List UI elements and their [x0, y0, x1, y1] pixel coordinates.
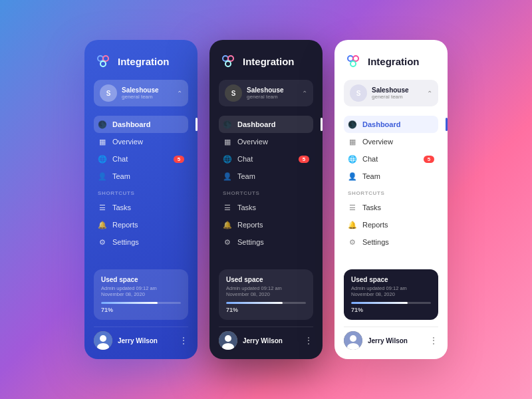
nav-label-chat-blue: Chat	[112, 155, 168, 163]
nav-item-dashboard-blue[interactable]: 🌑 Dashboard	[94, 116, 188, 133]
workspace-selector-dark[interactable]: S Saleshouse general team ⌃	[219, 80, 313, 106]
svg-point-13	[353, 56, 358, 61]
workspace-name-dark: Saleshouse	[247, 86, 297, 94]
nav-item-settings-dark[interactable]: ⚙ Settings	[219, 233, 313, 251]
nav-item-overview-blue[interactable]: ▦ Overview	[94, 133, 188, 150]
used-space-light: Used space Admin updated 09:12 am Novemb…	[344, 269, 438, 320]
used-space-title-blue: Used space	[101, 276, 181, 283]
card-title-blue: Integration	[118, 56, 170, 67]
workspace-selector-light[interactable]: S Saleshouse general team ⌃	[344, 80, 438, 106]
nav-section-blue: 🌑 Dashboard ▦ Overview 🌐 Chat 5 👤 Team S…	[94, 116, 188, 263]
chevron-icon-dark: ⌃	[302, 90, 307, 97]
svg-point-7	[228, 56, 233, 61]
nav-label-dashboard-blue: Dashboard	[112, 120, 184, 128]
user-footer-blue: Jerry Wilson ⋮	[94, 327, 188, 350]
nav-item-chat-light[interactable]: 🌐 Chat 5	[344, 150, 438, 168]
nav-label-team-blue: Team	[112, 172, 184, 180]
used-space-title-dark: Used space	[226, 276, 306, 283]
nav-item-chat-dark[interactable]: 🌐 Chat 5	[219, 150, 313, 168]
nav-item-settings-light[interactable]: ⚙ Settings	[344, 233, 438, 251]
nav-label-settings-blue: Settings	[112, 238, 184, 246]
nav-item-overview-dark[interactable]: ▦ Overview	[219, 133, 313, 150]
reports-icon-blue: 🔔	[98, 220, 107, 229]
nav-item-tasks-blue[interactable]: ☰ Tasks	[94, 199, 188, 216]
user-footer-light: Jerry Wilson ⋮	[344, 327, 438, 350]
settings-icon-blue: ⚙	[98, 237, 107, 247]
nav-item-dashboard-light[interactable]: 🌑 Dashboard	[344, 116, 438, 133]
team-icon-blue: 👤	[98, 172, 107, 181]
tasks-icon-light: ☰	[348, 203, 357, 212]
nav-label-team-dark: Team	[237, 172, 309, 180]
nav-item-team-light[interactable]: 👤 Team	[344, 168, 438, 185]
nav-item-chat-blue[interactable]: 🌐 Chat 5	[94, 150, 188, 168]
active-bar-dark	[321, 118, 323, 131]
logo-icon-blue	[94, 52, 112, 70]
nav-item-tasks-light[interactable]: ☰ Tasks	[344, 199, 438, 216]
team-icon-dark: 👤	[223, 172, 232, 181]
nav-item-settings-blue[interactable]: ⚙ Settings	[94, 233, 188, 251]
nav-label-settings-dark: Settings	[237, 238, 309, 246]
svg-point-6	[223, 56, 228, 61]
svg-point-0	[98, 56, 103, 61]
overview-icon-dark: ▦	[223, 137, 232, 146]
progress-bar-bg-blue	[101, 302, 181, 304]
user-name-light: Jerry Wilson	[368, 337, 424, 344]
nav-label-settings-light: Settings	[362, 238, 434, 246]
svg-point-12	[348, 56, 353, 61]
used-space-blue: Used space Admin updated 09:12 am Novemb…	[94, 269, 188, 320]
nav-label-dashboard-light: Dashboard	[362, 120, 434, 128]
chat-icon-dark: 🌐	[223, 154, 232, 164]
chat-badge-blue: 5	[174, 156, 184, 163]
dots-icon-blue[interactable]: ⋮	[179, 335, 188, 346]
used-space-dark: Used space Admin updated 09:12 am Novemb…	[219, 269, 313, 320]
shortcuts-label-blue: SHORTCUTS	[98, 190, 184, 196]
nav-item-reports-blue[interactable]: 🔔 Reports	[94, 216, 188, 233]
dots-icon-dark[interactable]: ⋮	[304, 335, 313, 346]
nav-label-overview-dark: Overview	[237, 138, 309, 146]
nav-item-tasks-dark[interactable]: ☰ Tasks	[219, 199, 313, 216]
user-name-dark: Jerry Wilson	[243, 337, 299, 344]
nav-item-team-dark[interactable]: 👤 Team	[219, 168, 313, 185]
sidebar-dark: Integration S Saleshouse general team ⌃ …	[209, 40, 323, 359]
used-percent-blue: 71%	[101, 307, 181, 313]
sidebar-blue: Integration S Saleshouse general team ⌃ …	[84, 40, 198, 359]
chat-icon-light: 🌐	[348, 154, 357, 164]
user-avatar-light	[344, 331, 362, 350]
svg-point-4	[100, 335, 106, 342]
used-percent-dark: 71%	[226, 307, 306, 313]
nav-item-dashboard-dark[interactable]: 🌑 Dashboard	[219, 116, 313, 133]
progress-bar-fill-blue	[101, 302, 158, 304]
active-bar-blue	[196, 118, 198, 131]
used-percent-light: 71%	[351, 307, 431, 313]
used-space-sub-dark: Admin updated 09:12 am November 08, 2020	[226, 285, 306, 297]
overview-icon-blue: ▦	[98, 137, 107, 146]
workspace-name-blue: Saleshouse	[122, 86, 172, 94]
nav-label-overview-blue: Overview	[112, 138, 184, 146]
nav-item-reports-light[interactable]: 🔔 Reports	[344, 216, 438, 233]
nav-item-team-blue[interactable]: 👤 Team	[94, 168, 188, 185]
workspace-name-light: Saleshouse	[372, 86, 422, 94]
chevron-icon-light: ⌃	[427, 90, 432, 97]
nav-label-reports-blue: Reports	[112, 221, 184, 229]
dots-icon-light[interactable]: ⋮	[429, 335, 438, 346]
dashboard-icon-light: 🌑	[348, 120, 357, 129]
tasks-icon-blue: ☰	[98, 203, 107, 212]
nav-item-overview-light[interactable]: ▦ Overview	[344, 133, 438, 150]
workspace-avatar-dark: S	[225, 84, 242, 102]
nav-label-chat-light: Chat	[362, 155, 418, 163]
user-footer-dark: Jerry Wilson ⋮	[219, 327, 313, 350]
svg-point-16	[350, 335, 356, 342]
workspace-selector-blue[interactable]: S Saleshouse general team ⌃	[94, 80, 188, 106]
nav-label-tasks-light: Tasks	[362, 203, 434, 211]
nav-item-reports-dark[interactable]: 🔔 Reports	[219, 216, 313, 233]
nav-label-overview-light: Overview	[362, 138, 434, 146]
svg-point-2	[100, 61, 106, 66]
chat-icon-blue: 🌐	[98, 154, 107, 164]
settings-icon-dark: ⚙	[223, 237, 232, 247]
reports-icon-light: 🔔	[348, 220, 357, 229]
chevron-icon-blue: ⌃	[177, 90, 182, 97]
svg-point-14	[350, 61, 356, 66]
nav-label-chat-dark: Chat	[237, 155, 293, 163]
user-avatar-dark	[219, 331, 237, 350]
user-avatar-blue	[94, 331, 112, 350]
